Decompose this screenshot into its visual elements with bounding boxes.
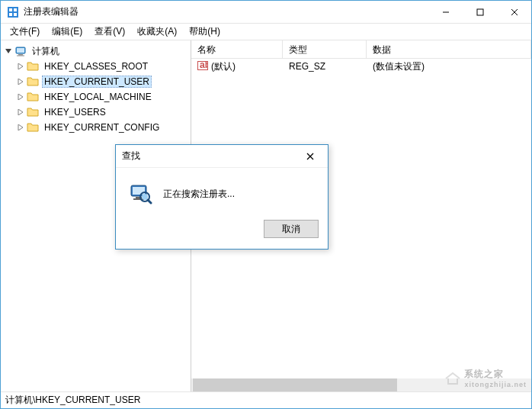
folder-icon [27,106,39,118]
dialog-titlebar[interactable]: 查找 [116,145,328,168]
folder-icon [27,60,39,72]
folder-icon [27,91,39,103]
statusbar: 计算机\HKEY_CURRENT_USER [1,391,531,408]
column-name[interactable]: 名称 [191,40,283,58]
tree-key-label: HKEY_CURRENT_USER [42,76,152,88]
svg-marker-9 [5,49,11,53]
tree-key-label: HKEY_CURRENT_CONFIG [42,121,162,134]
maximize-button[interactable] [463,1,497,23]
tree-key-hku[interactable]: HKEY_USERS [1,105,191,120]
menu-view[interactable]: 查看(V) [88,24,131,40]
string-value-icon: ab [197,60,208,73]
registry-editor-window: 注册表编辑器 文件(F) 编辑(E) 查看(V) 收藏夹(A) 帮助(H) [0,0,532,409]
expander-icon[interactable] [4,47,13,56]
svg-rect-1 [9,8,12,11]
tree-root-computer[interactable]: 计算机 [1,43,191,59]
scrollbar-thumb[interactable] [193,378,397,391]
tree-key-label: HKEY_USERS [42,106,108,118]
expander-icon[interactable] [16,62,25,71]
svg-marker-14 [18,63,23,69]
menu-edit[interactable]: 编辑(E) [46,24,88,40]
column-data[interactable]: 数据 [367,40,531,58]
dialog-message: 正在搜索注册表... [163,188,235,201]
tree-key-hklm[interactable]: HKEY_LOCAL_MACHINE [1,89,191,105]
svg-rect-11 [17,48,24,53]
tree-root-label: 计算机 [30,44,62,59]
minimize-button[interactable] [428,1,463,23]
tree-key-hkcr[interactable]: HKEY_CLASSES_ROOT [1,59,191,74]
folder-icon [27,121,39,134]
computer-icon [14,45,27,57]
app-icon [7,6,19,18]
folder-icon [27,76,39,88]
cancel-button[interactable]: 取消 [264,220,319,238]
expander-icon[interactable] [16,123,25,132]
svg-rect-12 [18,54,23,56]
menu-favorites[interactable]: 收藏夹(A) [131,24,183,40]
svg-point-28 [142,194,148,200]
svg-rect-6 [477,9,483,15]
list-row[interactable]: ab (默认) REG_SZ (数值未设置) [191,59,531,74]
expander-icon[interactable] [16,77,25,86]
window-title: 注册表编辑器 [24,5,79,18]
expander-icon[interactable] [16,92,25,101]
cell-data: (数值未设置) [367,60,531,73]
cell-name: ab (默认) [191,60,283,73]
dialog-button-row: 取消 [116,212,328,249]
horizontal-scrollbar[interactable] [191,378,531,391]
find-dialog: 查找 正在搜索注册表... 取消 [115,144,328,250]
cell-type: REG_SZ [283,61,367,72]
svg-rect-13 [17,56,24,56]
menu-file[interactable]: 文件(F) [4,24,46,40]
svg-rect-4 [14,13,17,16]
menubar: 文件(F) 编辑(E) 查看(V) 收藏夹(A) 帮助(H) [1,24,531,40]
svg-rect-3 [9,13,12,16]
list-header: 名称 类型 数据 [191,40,531,59]
expander-icon[interactable] [16,108,25,117]
dialog-body: 正在搜索注册表... [116,168,328,212]
close-button[interactable] [497,1,531,23]
tree-key-label: HKEY_CLASSES_ROOT [42,60,150,72]
svg-rect-2 [14,8,17,11]
tree-key-hkcu[interactable]: HKEY_CURRENT_USER [1,74,191,89]
svg-marker-16 [18,94,23,100]
menu-help[interactable]: 帮助(H) [183,24,226,40]
dialog-title: 查找 [122,150,299,163]
column-type[interactable]: 类型 [283,40,367,58]
search-computer-icon [128,182,152,206]
tree-key-hkcc[interactable]: HKEY_CURRENT_CONFIG [1,120,191,135]
svg-marker-17 [18,109,23,115]
svg-line-29 [148,200,151,203]
dialog-close-button[interactable] [299,146,322,167]
tree-key-label: HKEY_LOCAL_MACHINE [42,91,154,103]
status-path: 计算机\HKEY_CURRENT_USER [5,394,140,407]
svg-text:ab: ab [200,60,208,70]
value-name: (默认) [211,60,236,73]
titlebar: 注册表编辑器 [1,1,531,24]
svg-marker-15 [18,79,23,85]
svg-marker-18 [18,124,23,130]
